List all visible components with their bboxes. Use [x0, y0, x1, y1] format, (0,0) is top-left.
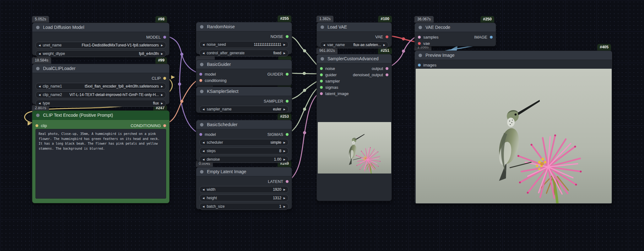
node-header[interactable]: Load VAE: [317, 23, 392, 32]
node-header[interactable]: BasicScheduler: [196, 120, 292, 129]
clip-name2-widget[interactable]: ◀ clip_name2 ViT-L-14-TEXT-detail-improv…: [35, 91, 166, 98]
node-vae-decode[interactable]: VAE Decode samples IMAGE vae: [414, 23, 496, 46]
collapse-dot-icon[interactable]: [200, 170, 203, 174]
collapse-dot-icon[interactable]: [419, 54, 422, 57]
clip-output-slot[interactable]: [163, 77, 166, 80]
image-output-slot[interactable]: [490, 36, 493, 39]
prev-arrow-icon[interactable]: ◀: [203, 43, 204, 46]
noise-seed-widget[interactable]: ◀ noise_seed 111111111111111 ▶: [199, 41, 289, 48]
prev-arrow-icon[interactable]: ◀: [203, 205, 204, 208]
vae-output-slot[interactable]: [386, 35, 388, 38]
width-widget[interactable]: ◀ width 1920 ▶: [199, 186, 289, 193]
collapse-dot-icon[interactable]: [200, 123, 203, 126]
prev-arrow-icon[interactable]: ◀: [203, 52, 204, 55]
node-basicscheduler[interactable]: BasicScheduler model SIGMAS ◀ scheduler …: [196, 120, 292, 161]
denoised-output-slot[interactable]: [386, 73, 388, 76]
prev-arrow-icon[interactable]: ◀: [203, 150, 204, 152]
sampler-output-slot[interactable]: [286, 100, 289, 103]
model-input-slot[interactable]: [199, 73, 202, 76]
prev-arrow-icon[interactable]: ◀: [39, 52, 41, 55]
node-header[interactable]: SamplerCustomAdvanced: [317, 54, 392, 63]
next-arrow-icon[interactable]: ▶: [284, 188, 285, 191]
vae-input-slot[interactable]: [418, 42, 421, 45]
prev-arrow-icon[interactable]: ◀: [203, 141, 204, 144]
prev-arrow-icon[interactable]: ◀: [39, 85, 41, 88]
next-arrow-icon[interactable]: ▶: [161, 52, 163, 55]
sampler-name-widget[interactable]: ◀ sampler_name euler ▶: [199, 106, 289, 113]
guider-input-slot[interactable]: [320, 73, 323, 76]
prev-arrow-icon[interactable]: ◀: [203, 188, 204, 191]
conditioning-output-slot[interactable]: [163, 124, 166, 127]
node-ksamplerselect[interactable]: KSamplerSelect SAMPLER ◀ sampler_name eu…: [196, 87, 292, 113]
collapse-dot-icon[interactable]: [200, 90, 203, 93]
collapse-dot-icon[interactable]: [419, 26, 422, 29]
node-header[interactable]: DualCLIPLoader: [32, 64, 169, 73]
result-preview-image[interactable]: [416, 69, 612, 203]
prev-arrow-icon[interactable]: ◀: [39, 102, 41, 105]
sampler-preview-image[interactable]: [318, 122, 391, 174]
collapse-dot-icon[interactable]: [200, 25, 203, 29]
type-widget[interactable]: ◀ type flux ▶: [35, 100, 166, 107]
node-dualcliploader[interactable]: DualCLIPLoader CLIP ◀ clip_name1 t5xxl_f…: [32, 64, 170, 104]
weight-dtype-widget[interactable]: ◀ weight_dtype fp8_e4m3fn ▶: [35, 50, 166, 57]
node-samplercustomadvanced[interactable]: SamplerCustomAdvanced noise output guide…: [317, 54, 392, 201]
clip-input-slot[interactable]: [35, 124, 38, 127]
latent-output-slot[interactable]: [286, 180, 289, 183]
collapse-dot-icon[interactable]: [36, 114, 40, 117]
node-header[interactable]: Preview Image: [415, 51, 612, 60]
node-preview-image[interactable]: Preview Image images: [414, 51, 612, 204]
denoise-widget[interactable]: ◀ denoise 1.00 ▶: [199, 156, 289, 163]
control-after-generate-widget[interactable]: ◀ control_after_generate fixed ▶: [199, 50, 289, 56]
images-input-slot[interactable]: [418, 64, 421, 67]
prev-arrow-icon[interactable]: ◀: [203, 197, 204, 200]
collapse-dot-icon[interactable]: [321, 25, 324, 29]
node-header[interactable]: RandomNoise: [196, 22, 292, 31]
clip-name1-widget[interactable]: ◀ clip_name1 t5xxl_flan_encoder_fp8_e4m3…: [35, 83, 166, 90]
node-load-vae[interactable]: Load VAE VAE ◀ vae_name flux-ae.safeten.…: [317, 22, 392, 47]
next-arrow-icon[interactable]: ▶: [284, 141, 285, 144]
prev-arrow-icon[interactable]: ◀: [203, 108, 204, 111]
collapse-dot-icon[interactable]: [321, 57, 324, 61]
collapse-dot-icon[interactable]: [36, 67, 40, 70]
next-arrow-icon[interactable]: ▶: [284, 158, 285, 161]
output-slot[interactable]: [386, 67, 388, 70]
node-randomnoise[interactable]: RandomNoise NOISE ◀ noise_seed 111111111…: [196, 22, 292, 54]
sampler-input-slot[interactable]: [320, 80, 323, 83]
node-graph-canvas[interactable]: 5.052s #98 18.584s #99 2.807s #247 #255 …: [0, 0, 644, 251]
node-header[interactable]: BasicGuider: [196, 60, 292, 69]
next-arrow-icon[interactable]: ▶: [161, 93, 163, 96]
steps-widget[interactable]: ◀ steps 8 ▶: [199, 147, 289, 154]
node-header[interactable]: Empty Latent Image: [196, 167, 292, 176]
scheduler-widget[interactable]: ◀ scheduler simple ▶: [199, 139, 289, 146]
sigmas-input-slot[interactable]: [320, 86, 323, 89]
node-header[interactable]: Load Diffusion Model: [32, 23, 169, 32]
node-empty-latent-image[interactable]: Empty Latent Image LATENT ◀ width 1920 ▶…: [196, 167, 292, 209]
vae-name-widget[interactable]: ◀ vae_name flux-ae.safeten... ▶: [320, 41, 388, 48]
next-arrow-icon[interactable]: ▶: [284, 150, 285, 152]
prev-arrow-icon[interactable]: ◀: [39, 93, 41, 96]
next-arrow-icon[interactable]: ▶: [284, 108, 285, 111]
batch-size-widget[interactable]: ◀ batch_size 1 ▶: [199, 203, 289, 210]
noise-input-slot[interactable]: [320, 67, 323, 70]
next-arrow-icon[interactable]: ▶: [161, 102, 163, 105]
height-widget[interactable]: ◀ height 1312 ▶: [199, 195, 289, 201]
next-arrow-icon[interactable]: ▶: [383, 44, 385, 46]
next-arrow-icon[interactable]: ▶: [284, 43, 285, 46]
samples-input-slot[interactable]: [418, 36, 421, 39]
prompt-textarea[interactable]: Real photo, Close-up, 35mm, A hummingbir…: [35, 129, 166, 199]
next-arrow-icon[interactable]: ▶: [161, 85, 163, 88]
node-header[interactable]: KSamplerSelect: [196, 87, 292, 96]
prev-arrow-icon[interactable]: ◀: [203, 158, 204, 161]
next-arrow-icon[interactable]: ▶: [284, 197, 285, 200]
sigmas-output-slot[interactable]: [286, 133, 289, 136]
prev-arrow-icon[interactable]: ◀: [323, 44, 325, 46]
guider-output-slot[interactable]: [286, 73, 289, 76]
next-arrow-icon[interactable]: ▶: [284, 205, 285, 208]
noise-output-slot[interactable]: [286, 35, 289, 38]
next-arrow-icon[interactable]: ▶: [161, 44, 163, 47]
collapse-dot-icon[interactable]: [36, 26, 40, 29]
model-output-slot[interactable]: [163, 36, 166, 39]
node-basicguider[interactable]: BasicGuider model GUIDER conditioning: [196, 60, 292, 86]
node-load-diffusion-model[interactable]: Load Diffusion Model MODEL ◀ unet_name F…: [32, 23, 170, 56]
node-header[interactable]: CLIP Text Encode (Positive Prompt): [32, 111, 169, 120]
